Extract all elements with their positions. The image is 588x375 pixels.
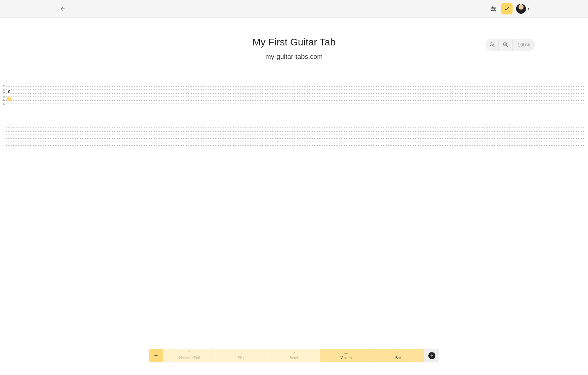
tab-stave-1[interactable]: EBGDAE0 — [0, 85, 588, 106]
edit-cursor[interactable] — [7, 96, 12, 101]
document-canvas[interactable]: 100% My First Guitar Tab my-guitar-tabs.… — [0, 18, 588, 375]
string-line — [6, 89, 585, 90]
string-line — [6, 96, 585, 97]
zoom-in-icon — [503, 42, 508, 48]
svg-point-5 — [494, 8, 495, 9]
tool-label: Bend — [290, 356, 298, 360]
zoom-out-icon — [489, 42, 495, 48]
tool-bar[interactable]: │Bar — [372, 349, 424, 362]
tool-label: Vibrato — [341, 356, 352, 360]
arrow-up-icon — [430, 354, 434, 357]
user-menu[interactable]: ▼ — [516, 4, 530, 14]
avatar-icon — [516, 4, 526, 14]
tab-string-row[interactable]: E — [3, 85, 585, 88]
string-line — [6, 100, 585, 101]
string-label: D — [3, 95, 6, 98]
string-label: G — [3, 92, 6, 95]
zoom-control: 100% — [485, 39, 535, 51]
bar-icon: │ — [397, 351, 399, 356]
zoom-value: 100% — [512, 39, 535, 51]
tool-label: Bar — [396, 356, 401, 360]
string-line — [6, 135, 585, 135]
technique-toolbar: + ⌒Hammer/Pull⁄Slide↗Bend〰Vibrato│Bar — [149, 349, 439, 362]
toolbar-expand-button[interactable] — [424, 349, 439, 362]
zoom-in-button[interactable] — [499, 39, 512, 51]
vibrato-icon: 〰 — [344, 351, 348, 356]
svg-point-4 — [492, 7, 493, 8]
sliders-icon — [490, 6, 497, 12]
string-line — [6, 145, 585, 146]
settings-button[interactable] — [488, 3, 499, 14]
add-column-button[interactable]: + — [149, 349, 164, 362]
chevron-down-icon: ▼ — [527, 7, 530, 11]
arrow-left-icon — [60, 6, 66, 12]
tab-string-row[interactable] — [3, 133, 585, 137]
string-line — [6, 142, 585, 142]
tool-vibrato[interactable]: 〰Vibrato — [320, 349, 372, 362]
tool-hammer: ⌒Hammer/Pull — [164, 349, 216, 362]
bend-icon: ↗ — [292, 351, 295, 356]
back-button[interactable] — [58, 4, 68, 14]
page-subtitle[interactable]: my-guitar-tabs.com — [0, 53, 588, 61]
string-label: E — [3, 85, 6, 88]
string-label: A — [3, 99, 6, 102]
svg-line-11 — [506, 45, 508, 47]
string-line — [6, 127, 585, 128]
string-line — [6, 131, 585, 132]
tab-string-row[interactable] — [3, 130, 585, 133]
fret-note[interactable]: 0 — [8, 89, 11, 94]
tab-string-row[interactable]: A — [3, 99, 585, 102]
hammer-icon: ⌒ — [188, 351, 191, 356]
app-header: ▼ — [0, 0, 588, 18]
tab-string-row[interactable] — [3, 140, 585, 144]
check-icon — [504, 6, 510, 12]
string-line — [6, 138, 585, 139]
tab-string-row[interactable] — [3, 144, 585, 147]
slide-icon: ⁄ — [241, 351, 242, 356]
tool-bend: ↗Bend — [268, 349, 320, 362]
string-line — [6, 93, 585, 94]
tab-string-row[interactable]: B — [3, 88, 585, 92]
tab-string-row[interactable]: E — [3, 102, 585, 106]
tool-label: Hammer/Pull — [179, 356, 200, 360]
tool-label: Slide — [238, 356, 245, 360]
tab-string-row[interactable]: G — [3, 92, 585, 95]
tab-string-row[interactable] — [3, 126, 585, 130]
confirm-button[interactable] — [501, 3, 513, 14]
tab-stave-2[interactable] — [0, 126, 588, 147]
svg-point-6 — [492, 10, 493, 11]
string-label: B — [3, 88, 6, 91]
plus-icon: + — [154, 352, 158, 360]
svg-line-8 — [493, 45, 494, 47]
tool-slide: ⁄Slide — [216, 349, 268, 362]
zoom-out-button[interactable] — [485, 39, 499, 51]
string-line — [6, 104, 585, 104]
tab-string-row[interactable] — [3, 137, 585, 140]
string-line — [6, 86, 585, 87]
tab-string-row[interactable]: D — [3, 95, 585, 99]
string-label: E — [3, 102, 6, 105]
